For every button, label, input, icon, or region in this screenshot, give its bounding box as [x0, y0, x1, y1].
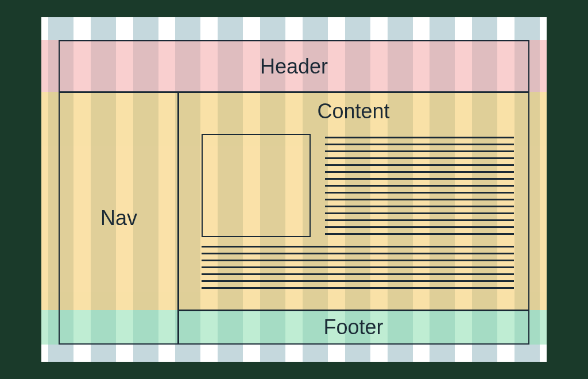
text-line — [325, 144, 514, 145]
layout-regions: Header Nav Content — [59, 40, 529, 345]
text-lines-right — [325, 137, 514, 240]
text-line — [325, 212, 514, 214]
text-line — [202, 253, 514, 254]
text-line — [325, 206, 514, 207]
text-line — [325, 171, 514, 173]
header-region: Header — [59, 40, 529, 93]
text-line — [325, 164, 514, 166]
text-line — [325, 233, 514, 235]
image-placeholder — [202, 134, 311, 237]
text-line — [325, 185, 514, 187]
nav-label: Nav — [100, 206, 137, 230]
text-line — [325, 137, 514, 138]
content-body — [202, 134, 514, 299]
text-line — [325, 150, 514, 152]
content-region: Content — [177, 91, 529, 311]
content-label: Content — [179, 99, 528, 123]
text-line — [202, 246, 514, 247]
text-line — [325, 178, 514, 180]
nav-region: Nav — [59, 91, 179, 345]
text-lines-bottom — [202, 246, 514, 294]
header-label: Header — [260, 55, 328, 79]
text-line — [202, 266, 514, 268]
layout-diagram: Header Nav Content — [41, 17, 547, 362]
text-line — [325, 219, 514, 221]
text-line — [325, 192, 514, 194]
text-line — [202, 287, 514, 289]
footer-region: Footer — [177, 310, 529, 345]
text-line — [202, 273, 514, 275]
text-line — [325, 226, 514, 228]
text-line — [325, 157, 514, 159]
text-line — [325, 199, 514, 200]
footer-label: Footer — [323, 315, 383, 339]
text-line — [202, 280, 514, 282]
text-line — [202, 260, 514, 261]
